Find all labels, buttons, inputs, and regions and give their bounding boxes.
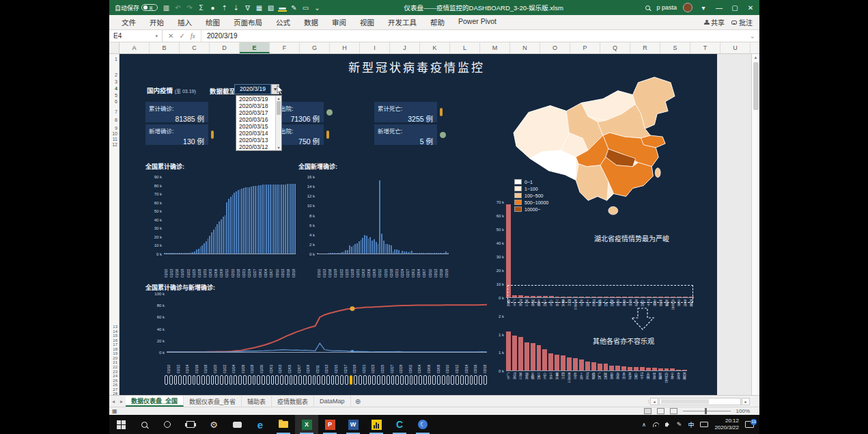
slicer-cell[interactable]: [308, 375, 311, 385]
row-header-11[interactable]: 11: [113, 137, 117, 141]
slicer-cell[interactable]: [368, 375, 372, 385]
dropdown-option-2020/03/18[interactable]: 2020/03/18: [236, 103, 275, 109]
ribbon-tab-审阅[interactable]: 审阅: [325, 15, 353, 29]
ribbon-tab-文件[interactable]: 文件: [115, 15, 143, 29]
accessibility-status-icon[interactable]: ▦: [109, 408, 117, 414]
slicer-cell[interactable]: [484, 375, 487, 385]
slicer-cell[interactable]: [326, 375, 330, 385]
slicer-cell[interactable]: [285, 375, 288, 385]
column-header-K[interactable]: K: [420, 42, 450, 53]
table-icon[interactable]: ▦: [255, 4, 264, 12]
scroll-left-icon[interactable]: ◂: [650, 398, 658, 405]
column-header-N[interactable]: N: [510, 42, 540, 53]
row-header-10[interactable]: 10: [112, 131, 117, 136]
slicer-cell[interactable]: [275, 375, 279, 385]
sheet-tab-疫情数据表[interactable]: 疫情数据表: [272, 396, 314, 407]
slicer-cell[interactable]: [188, 375, 191, 385]
taskbar-clock[interactable]: 20:12 2020/3/22: [714, 418, 739, 431]
file-explorer-icon[interactable]: [272, 415, 295, 434]
row-header-17[interactable]: 17: [113, 342, 117, 347]
row-header-16[interactable]: 16: [113, 338, 117, 342]
formula-bar-expand-icon[interactable]: ⌄: [750, 32, 759, 40]
column-header-Q[interactable]: Q: [600, 42, 630, 53]
column-header-R[interactable]: R: [630, 42, 660, 53]
slicer-cell[interactable]: [253, 375, 256, 385]
row-header-19[interactable]: 19: [113, 351, 117, 355]
camera-icon[interactable]: ▭: [301, 4, 310, 12]
column-header-A[interactable]: A: [120, 42, 150, 53]
slicer-cell[interactable]: [280, 375, 283, 385]
slicer-cell[interactable]: [474, 375, 477, 385]
comments-button[interactable]: 批注: [731, 17, 753, 27]
sort-ascending-icon[interactable]: ⇡: [220, 4, 229, 12]
slicer-cell[interactable]: [442, 375, 445, 385]
row-header-1[interactable]: 1: [115, 57, 117, 62]
select-all-corner[interactable]: [109, 42, 120, 53]
row-header-27[interactable]: 27: [113, 388, 117, 392]
namebox-dropdown-icon[interactable]: ▾: [155, 33, 158, 39]
sheet-tab-数据仪表盘_各省[interactable]: 数据仪表盘_各省: [184, 396, 242, 407]
formula-value[interactable]: 2020/3/19: [201, 32, 238, 40]
taskbar-search-icon[interactable]: [132, 415, 156, 434]
cancel-icon[interactable]: ✕: [168, 32, 173, 40]
undo-icon[interactable]: ↶: [173, 4, 182, 12]
zoom-slider[interactable]: [683, 411, 731, 411]
slicer-cell[interactable]: [201, 375, 205, 385]
row-header-5[interactable]: 5: [115, 93, 117, 98]
ime-language-indicator[interactable]: 中: [688, 420, 694, 429]
row-header-20[interactable]: 20: [113, 356, 117, 360]
row-header-3[interactable]: 3: [115, 79, 117, 84]
row-header-2[interactable]: 2: [115, 72, 117, 77]
close-button[interactable]: ✕: [746, 4, 755, 12]
column-header-D[interactable]: D: [210, 42, 240, 53]
fill-color-icon[interactable]: ▬: [278, 4, 287, 12]
sheet-nav-left-icon[interactable]: ◂: [109, 398, 117, 405]
wifi-icon[interactable]: [652, 422, 659, 427]
slicer-cell[interactable]: [354, 375, 357, 385]
search-icon[interactable]: [645, 5, 650, 10]
slicer-cell[interactable]: [271, 375, 275, 385]
sheet-tab-DataMap[interactable]: DataMap: [314, 396, 351, 407]
touch-keyboard-icon[interactable]: [700, 422, 708, 427]
slicer-cell[interactable]: [174, 375, 178, 385]
slicer-cell[interactable]: [387, 375, 390, 385]
zoom-level[interactable]: 100%: [736, 408, 750, 414]
row-header-14[interactable]: 14: [113, 329, 117, 334]
slicer-cell[interactable]: [193, 375, 196, 385]
slicer-cell[interactable]: [460, 375, 464, 385]
task-view-icon[interactable]: [179, 415, 202, 434]
row-header-4[interactable]: 4: [115, 86, 117, 91]
slicer-cell[interactable]: [262, 375, 265, 385]
dropdown-option-2020/03/12[interactable]: 2020/03/12: [236, 144, 275, 150]
ribbon-tab-页面布局[interactable]: 页面布局: [227, 15, 269, 29]
slicer-cell[interactable]: [215, 375, 219, 385]
slicer-cell[interactable]: [331, 375, 335, 385]
sheet-tab-数据仪表盘_全国[interactable]: 数据仪表盘_全国: [126, 396, 184, 407]
column-header-H[interactable]: H: [330, 42, 360, 53]
normal-view-icon[interactable]: [644, 408, 652, 414]
zoom-slider-thumb[interactable]: [705, 408, 707, 414]
vertical-scroll-thumb[interactable]: [753, 62, 759, 110]
dropdown-option-2020/03/16[interactable]: 2020/03/16: [236, 116, 275, 123]
new-sheet-button[interactable]: ⊕: [351, 398, 365, 405]
slicer-cell[interactable]: [363, 375, 367, 385]
row-header-9[interactable]: 9: [115, 126, 117, 131]
column-header-S[interactable]: S: [660, 42, 690, 53]
excel-icon[interactable]: X: [295, 415, 318, 434]
row-header-13[interactable]: 13: [113, 325, 117, 329]
autosave-toggle[interactable]: 自动保存 关: [115, 3, 158, 12]
scroll-up-icon[interactable]: ▲: [752, 54, 759, 59]
slicer-cell[interactable]: [229, 375, 233, 385]
dropdown-option-2020/03/14[interactable]: 2020/03/14: [236, 130, 275, 137]
ribbon-tab-视图[interactable]: 视图: [353, 15, 381, 29]
settings-icon[interactable]: ⚙: [202, 415, 225, 434]
row-header-15[interactable]: 15: [113, 334, 117, 338]
avatar[interactable]: [683, 3, 692, 12]
slicer-cell[interactable]: [266, 375, 270, 385]
slicer-cell[interactable]: [340, 375, 344, 385]
slicer-cell[interactable]: [479, 375, 482, 385]
slicer-cell[interactable]: [303, 375, 307, 385]
slicer-cell[interactable]: [391, 375, 395, 385]
ribbon-tab-绘图[interactable]: 绘图: [199, 15, 227, 29]
sheet-tab-辅助表[interactable]: 辅助表: [242, 396, 272, 407]
